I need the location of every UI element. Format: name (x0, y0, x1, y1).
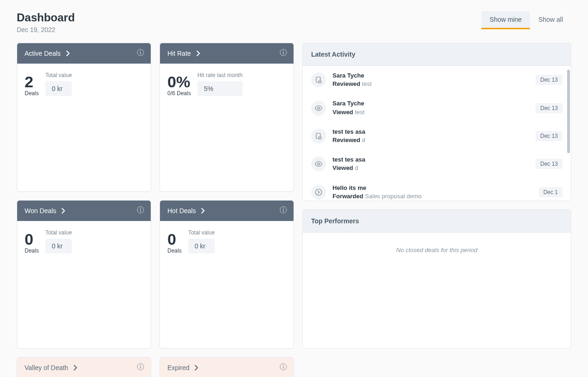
activity-action: Forwarded (332, 193, 363, 200)
activity-action: Viewed (332, 164, 353, 171)
activity-item[interactable]: test tes asaViewed dDec 13 (303, 150, 571, 178)
info-icon[interactable] (280, 363, 287, 370)
info-icon[interactable] (280, 49, 287, 56)
card-header-active-deals[interactable]: Active Deals (17, 43, 151, 64)
activity-target: test (362, 80, 372, 87)
forwarded-icon (311, 185, 326, 200)
svg-point-17 (283, 208, 284, 209)
page-title: Dashboard (17, 11, 75, 24)
activity-target: test (355, 109, 364, 116)
info-icon[interactable] (137, 206, 144, 214)
card-header-won-deals[interactable]: Won Deals (17, 201, 151, 221)
activity-item[interactable]: test tes asaReviewed dDec 13 (303, 122, 571, 150)
tab-show-mine[interactable]: Show mine (481, 11, 530, 29)
panel-header: Top Performers (303, 210, 571, 233)
card-expired: Expired 41 Deals Total value 8,925,938 k… (160, 357, 294, 377)
activity-date: Dec 13 (536, 103, 562, 113)
activity-item[interactable]: Sara TycheReviewed testDec 13 (303, 66, 571, 94)
sub-value: 0 kr (45, 239, 72, 254)
svg-point-4 (283, 51, 284, 52)
activity-target: d (355, 164, 358, 171)
activity-item[interactable]: Hello its meForwarded Sales proposal dem… (303, 178, 571, 201)
card-title: Expired (167, 364, 189, 371)
svg-rect-18 (283, 209, 283, 212)
info-icon[interactable] (137, 49, 144, 56)
reviewed-icon (311, 129, 326, 143)
activity-action: Viewed (332, 109, 353, 116)
panel-top-performers: Top Performers No closed deals for this … (302, 209, 571, 349)
activity-target: Sales proposal demo (365, 193, 422, 200)
scrollbar[interactable] (567, 70, 570, 153)
card-valley-of-death: Valley of Death 2 Deals Total value 0 kr (17, 357, 151, 377)
activity-action: Reviewed (332, 136, 360, 143)
svg-point-12 (315, 189, 322, 195)
chevron-right-icon (62, 208, 65, 214)
card-title: Hot Deals (167, 207, 196, 214)
reviewed-icon (311, 72, 326, 87)
card-header-hot-deals[interactable]: Hot Deals (160, 201, 294, 221)
activity-action: Reviewed (332, 80, 360, 87)
svg-point-11 (318, 163, 320, 165)
activity-person: Sara Tyche (332, 99, 529, 108)
sub-label: Total value (45, 72, 72, 78)
sub-value: 0 kr (45, 81, 72, 96)
chevron-right-icon (74, 365, 77, 370)
card-header-expired[interactable]: Expired (160, 358, 294, 377)
big-count: 0 (25, 231, 39, 247)
svg-point-14 (140, 208, 141, 209)
page-date: Dec 19, 2022 (17, 26, 75, 33)
svg-rect-15 (140, 209, 141, 212)
sub-value: 0 kr (188, 239, 215, 254)
sub-label: Total value (188, 229, 215, 236)
chevron-right-icon (66, 51, 70, 56)
big-unit: Deals (25, 91, 39, 96)
sub-label: Hit rate last month (198, 72, 243, 78)
svg-point-20 (140, 365, 141, 366)
big-count: 2 (25, 74, 39, 90)
big-count: 0% (167, 74, 191, 90)
activity-person: test tes asa (332, 128, 529, 136)
svg-rect-2 (140, 52, 141, 54)
svg-point-8 (318, 107, 320, 109)
svg-rect-24 (283, 366, 283, 369)
info-icon[interactable] (137, 363, 144, 370)
panel-latest-activity: Latest Activity Sara TycheReviewed testD… (302, 43, 571, 201)
card-hot-deals: Hot Deals 0 Deals Total value 0 kr (160, 200, 294, 349)
panel-header: Latest Activity (303, 43, 571, 66)
big-count: 0 (167, 231, 182, 247)
activity-date: Dec 13 (536, 131, 562, 141)
chevron-right-icon (201, 208, 205, 214)
big-unit: Deals (25, 248, 39, 254)
card-header-valley-of-death[interactable]: Valley of Death (17, 358, 151, 377)
activity-person: test tes asa (332, 156, 529, 164)
card-title: Won Deals (25, 207, 56, 214)
chevron-right-icon (195, 365, 198, 370)
sub-value: 5% (198, 81, 243, 96)
card-title: Valley of Death (25, 364, 68, 371)
svg-rect-21 (140, 366, 141, 369)
card-title: Hit Rate (167, 50, 191, 57)
activity-list[interactable]: Sara TycheReviewed testDec 13Sara TycheV… (303, 66, 571, 201)
activity-date: Dec 1 (539, 187, 562, 197)
chevron-right-icon (197, 51, 200, 56)
view-tabs: Show mine Show all (481, 11, 571, 29)
viewed-icon (311, 156, 326, 171)
card-active-deals: Active Deals 2 Deals Total value 0 kr (17, 43, 151, 192)
page-header: Dashboard Dec 19, 2022 Show mine Show al… (17, 11, 571, 33)
activity-item[interactable]: Sara TycheViewed testDec 13 (303, 94, 571, 122)
big-unit: Deals (167, 248, 182, 254)
card-won-deals: Won Deals 0 Deals Total value 0 kr (17, 200, 151, 349)
empty-message: No closed deals for this period (303, 233, 571, 267)
big-unit: 0/6 Deals (167, 91, 191, 96)
card-header-hit-rate[interactable]: Hit Rate (160, 43, 294, 64)
activity-date: Dec 13 (536, 159, 562, 169)
tab-show-all[interactable]: Show all (530, 11, 571, 29)
activity-target: d (362, 136, 365, 143)
sub-label: Total value (45, 229, 72, 236)
activity-person: Hello its me (332, 184, 532, 192)
info-icon[interactable] (280, 206, 287, 214)
svg-point-23 (283, 365, 284, 366)
activity-date: Dec 13 (536, 75, 562, 85)
viewed-icon (311, 101, 326, 116)
card-hit-rate: Hit Rate 0% 0/6 Deals Hit rate last mont… (160, 43, 294, 192)
